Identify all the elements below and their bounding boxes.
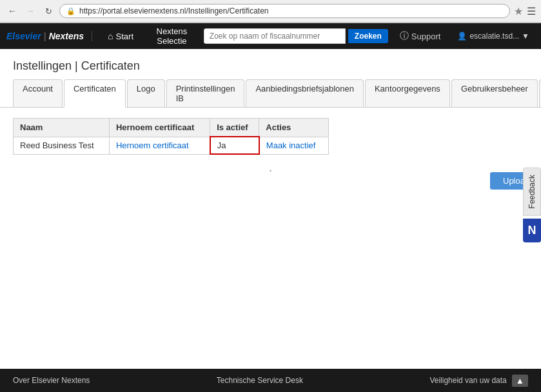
user-account-button[interactable]: 👤 escalatie.tsd... ▼ xyxy=(452,28,535,44)
tabs-container: Account Certificaten Logo Printinstellin… xyxy=(0,79,541,108)
nextens-selectie-label: Nextens Selectie xyxy=(153,26,191,46)
n-button[interactable]: N xyxy=(523,219,541,242)
bookmark-button[interactable]: ★ xyxy=(514,5,523,17)
start-nav-button[interactable]: ⌂ Start xyxy=(101,27,140,45)
search-input[interactable] xyxy=(204,28,346,44)
browser-chrome: ← → ↻ 🔒 https://portal.elseviernextens.n… xyxy=(0,0,541,23)
scroll-top-button[interactable]: ▲ xyxy=(512,375,528,387)
cell-is-actief: Ja xyxy=(210,137,259,154)
forward-button[interactable]: → xyxy=(23,4,37,18)
footer: Over Elsevier Nextens Technische Service… xyxy=(0,369,541,392)
chevron-down-icon: ▼ xyxy=(522,32,529,41)
tab-aanbiedingsbriefsjablonen[interactable]: Aanbiedingsbriefsjablonen xyxy=(246,79,364,107)
n-label: N xyxy=(528,224,536,237)
address-bar[interactable]: 🔒 https://portal.elseviernextens.nl/Inst… xyxy=(59,4,510,18)
feedback-sidebar: Feedback N xyxy=(523,168,541,242)
page-title: Instellingen | Certificaten xyxy=(0,49,541,79)
question-icon: ⓘ xyxy=(400,30,409,42)
tab-kantoorgegevens[interactable]: Kantoorgegevens xyxy=(365,79,450,107)
hernoem-certificaat-link[interactable]: Hernoem certificaat xyxy=(116,141,189,150)
logo: Elsevier | Nextens xyxy=(6,31,92,41)
support-button[interactable]: ⓘ Support xyxy=(395,26,446,46)
search-button[interactable]: Zoeken xyxy=(348,29,388,43)
start-label: Start xyxy=(116,32,133,41)
refresh-button[interactable]: ↻ xyxy=(41,4,55,18)
logo-nextens: Nextens xyxy=(49,31,84,41)
app-header: Elsevier | Nextens ⌂ Start Nextens Selec… xyxy=(0,23,541,49)
user-icon: 👤 xyxy=(457,32,467,41)
tab-account[interactable]: Account xyxy=(13,79,63,107)
footer-link-service[interactable]: Technische Service Desk xyxy=(217,376,303,385)
col-acties: Acties xyxy=(259,119,329,137)
tab-certificaten[interactable]: Certificaten xyxy=(64,79,126,108)
back-button[interactable]: ← xyxy=(5,4,19,18)
main-content: Instellingen | Certificaten Account Cert… xyxy=(0,49,541,371)
col-hernoem: Hernoem certificaat xyxy=(109,119,210,137)
tab-printinstellingen-ib[interactable]: Printinstellingen IB xyxy=(166,79,245,107)
col-is-actief: Is actief xyxy=(210,119,259,137)
feedback-button[interactable]: Feedback xyxy=(523,168,541,216)
footer-link-veiligheid[interactable]: Veiligheid van uw data xyxy=(429,376,506,385)
home-icon: ⌂ xyxy=(108,31,113,41)
url-text: https://portal.elseviernextens.nl/Instel… xyxy=(79,6,269,15)
maak-inactief-link[interactable]: Maak inactief xyxy=(266,141,316,150)
table-row: Reed Business TestHernoem certificaatJaM… xyxy=(14,137,329,154)
support-label: Support xyxy=(411,32,441,41)
nextens-selectie-button[interactable]: Nextens Selectie xyxy=(146,23,197,50)
browser-toolbar: ← → ↻ 🔒 https://portal.elseviernextens.n… xyxy=(0,0,541,23)
ssl-lock-icon: 🔒 xyxy=(66,7,75,15)
certificates-table: Naam Hernoem certificaat Is actief Actie… xyxy=(13,118,329,155)
cell-naam: Reed Business Test xyxy=(14,137,110,154)
logo-elsevier: Elsevier xyxy=(6,31,41,41)
logo-divider: | xyxy=(44,31,46,41)
search-container: Zoeken xyxy=(204,28,388,44)
col-naam: Naam xyxy=(14,119,110,137)
feedback-label: Feedback xyxy=(527,175,536,209)
cell-acties: Maak inactief xyxy=(259,137,329,154)
cell-hernoem: Hernoem certificaat xyxy=(109,137,210,154)
menu-button[interactable]: ☰ xyxy=(527,5,536,17)
footer-link-over[interactable]: Over Elsevier Nextens xyxy=(13,376,90,385)
user-label: escalatie.tsd... xyxy=(469,32,519,41)
tab-logo[interactable]: Logo xyxy=(127,79,165,107)
table-area: Naam Hernoem certificaat Is actief Actie… xyxy=(0,108,541,200)
tab-gebruikersbeheer[interactable]: Gebruikersbeheer xyxy=(451,79,538,107)
